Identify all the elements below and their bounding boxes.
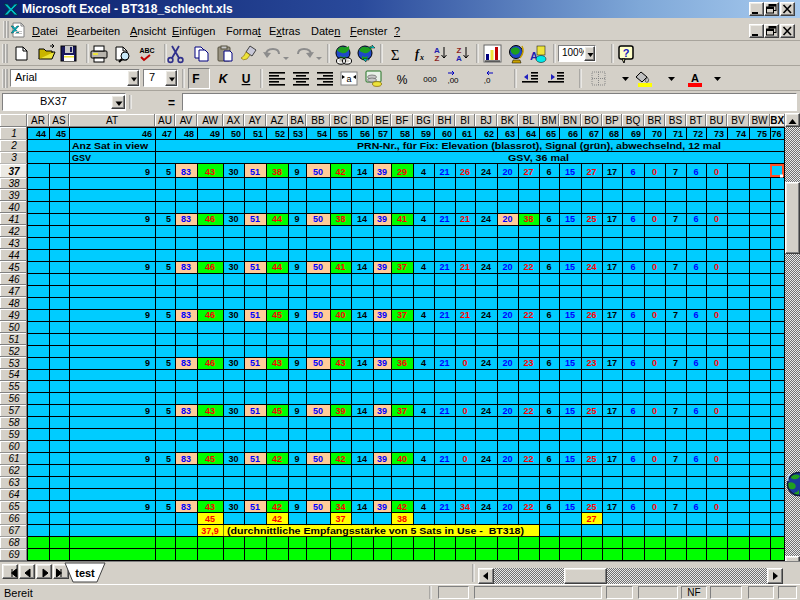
svg-text:44: 44: [272, 262, 282, 272]
svg-text:40: 40: [335, 310, 345, 320]
svg-text:45: 45: [272, 406, 282, 416]
svg-text:4: 4: [421, 358, 426, 368]
svg-text:BC: BC: [334, 115, 348, 126]
svg-text:1: 1: [11, 128, 17, 139]
svg-text:51: 51: [250, 502, 260, 512]
svg-text:52: 52: [8, 346, 20, 357]
svg-text:6: 6: [546, 310, 551, 320]
svg-text:55: 55: [8, 381, 20, 392]
svg-text:9: 9: [145, 214, 150, 224]
svg-text:21: 21: [460, 214, 470, 224]
svg-text:17: 17: [607, 454, 617, 464]
svg-text:6: 6: [546, 358, 551, 368]
svg-text:20: 20: [502, 310, 512, 320]
svg-text:6: 6: [630, 406, 635, 416]
svg-text:4: 4: [421, 167, 426, 177]
svg-text:37: 37: [8, 166, 20, 177]
svg-text:42: 42: [397, 502, 407, 512]
svg-text:50: 50: [313, 214, 323, 224]
svg-text:6: 6: [693, 454, 698, 464]
svg-text:43: 43: [272, 358, 282, 368]
svg-text:68: 68: [8, 537, 20, 548]
svg-text:51: 51: [250, 358, 260, 368]
svg-text:30: 30: [228, 358, 238, 368]
svg-text:83: 83: [181, 502, 191, 512]
svg-text:9: 9: [145, 167, 150, 177]
svg-text:5: 5: [166, 214, 171, 224]
svg-text:25: 25: [586, 406, 596, 416]
svg-text:0: 0: [462, 358, 467, 368]
svg-text:42: 42: [272, 514, 282, 524]
svg-text:24: 24: [481, 454, 491, 464]
svg-text:22: 22: [523, 310, 533, 320]
svg-text:BH: BH: [438, 115, 452, 126]
svg-text:56: 56: [360, 129, 370, 139]
svg-text:75: 75: [757, 129, 767, 139]
svg-text:51: 51: [253, 129, 263, 139]
svg-text:9: 9: [145, 454, 150, 464]
svg-text:38: 38: [272, 167, 282, 177]
svg-text:39: 39: [377, 310, 387, 320]
svg-text:37: 37: [397, 406, 407, 416]
svg-text:25: 25: [586, 454, 596, 464]
svg-text:61: 61: [462, 129, 472, 139]
svg-text:6: 6: [693, 502, 698, 512]
svg-text:15: 15: [565, 167, 575, 177]
svg-text:61: 61: [8, 453, 19, 464]
svg-text:73: 73: [714, 129, 724, 139]
svg-text:9: 9: [294, 262, 299, 272]
svg-text:49: 49: [210, 129, 220, 139]
svg-text:0: 0: [714, 310, 719, 320]
svg-text:6: 6: [693, 310, 698, 320]
svg-text:56: 56: [8, 393, 20, 404]
svg-text:22: 22: [523, 502, 533, 512]
svg-text:43: 43: [205, 502, 215, 512]
svg-text:59: 59: [421, 129, 431, 139]
svg-text:22: 22: [523, 406, 533, 416]
svg-text:0: 0: [652, 358, 657, 368]
svg-text:7: 7: [673, 167, 678, 177]
svg-text:66: 66: [8, 513, 20, 524]
svg-text:60: 60: [8, 441, 20, 452]
svg-text:0: 0: [652, 262, 657, 272]
svg-text:39: 39: [377, 406, 387, 416]
svg-text:63: 63: [8, 477, 20, 488]
svg-text:4: 4: [421, 454, 426, 464]
svg-text:39: 39: [377, 358, 387, 368]
svg-text:15: 15: [565, 454, 575, 464]
svg-text:20: 20: [502, 167, 512, 177]
svg-text:38: 38: [523, 214, 533, 224]
svg-text:44: 44: [36, 129, 46, 139]
svg-text:14: 14: [357, 262, 367, 272]
svg-text:46: 46: [8, 274, 20, 285]
svg-text:6: 6: [630, 214, 635, 224]
svg-text:70: 70: [652, 129, 662, 139]
svg-text:5: 5: [166, 454, 171, 464]
svg-text:9: 9: [294, 454, 299, 464]
svg-text:0: 0: [714, 406, 719, 416]
svg-text:6: 6: [630, 358, 635, 368]
svg-text:BV: BV: [731, 115, 745, 126]
svg-text:74: 74: [736, 129, 746, 139]
svg-text:4: 4: [421, 406, 426, 416]
svg-text:21: 21: [439, 358, 449, 368]
svg-text:83: 83: [181, 214, 191, 224]
svg-text:47: 47: [8, 286, 20, 297]
svg-text:0: 0: [714, 454, 719, 464]
svg-text:67: 67: [589, 129, 599, 139]
svg-text:62: 62: [8, 465, 20, 476]
svg-text:7: 7: [673, 262, 678, 272]
svg-text:57: 57: [8, 405, 20, 416]
svg-text:20: 20: [502, 358, 512, 368]
svg-text:52: 52: [275, 129, 285, 139]
svg-text:17: 17: [607, 406, 617, 416]
svg-text:2: 2: [10, 140, 17, 151]
svg-text:AT: AT: [106, 115, 118, 126]
svg-text:6: 6: [693, 214, 698, 224]
svg-text:21: 21: [439, 167, 449, 177]
svg-text:6: 6: [546, 502, 551, 512]
svg-text:38: 38: [335, 214, 345, 224]
svg-text:51: 51: [250, 262, 260, 272]
svg-text:AU: AU: [158, 115, 172, 126]
svg-text:15: 15: [565, 406, 575, 416]
